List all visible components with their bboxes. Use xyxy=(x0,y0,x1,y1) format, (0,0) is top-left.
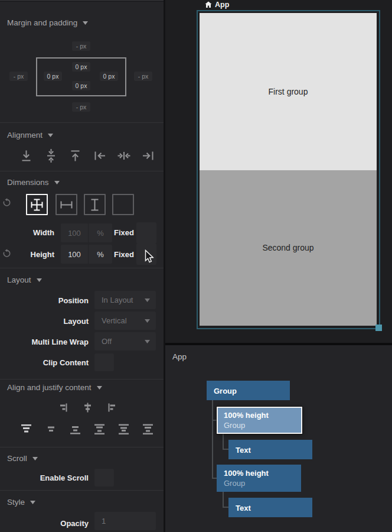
width-unit[interactable]: % xyxy=(88,223,112,242)
first-group-label: First group xyxy=(269,87,308,96)
node-title: Text xyxy=(236,503,251,512)
position-dropdown[interactable]: In Layout xyxy=(94,291,156,309)
section-title: Style xyxy=(7,498,25,507)
margin-bottom-value[interactable]: - px xyxy=(72,102,90,112)
chevron-down-icon xyxy=(30,501,35,504)
justify-space-between-icon[interactable] xyxy=(93,424,106,437)
align-top-icon[interactable] xyxy=(69,148,81,166)
second-group[interactable]: Second group xyxy=(200,170,377,326)
justify-center-icon[interactable] xyxy=(45,424,57,437)
size-mode-width-button[interactable] xyxy=(55,194,77,215)
width-fixed-label: Fixed xyxy=(114,228,138,237)
tree-connector xyxy=(223,434,224,450)
align-bottom-icon[interactable] xyxy=(20,148,32,166)
section-align-justify-header[interactable]: Align and justify content xyxy=(7,383,102,392)
section-title: Margin and padding xyxy=(7,18,77,27)
node-subtitle: Group xyxy=(224,421,245,430)
justify-end-icon[interactable] xyxy=(69,424,81,437)
node-title: Text xyxy=(236,445,251,454)
enable-scroll-checkbox[interactable] xyxy=(94,469,114,486)
properties-panel: Margin and padding - px 0 px 0 px 0 px 0… xyxy=(0,0,164,532)
position-value: In Layout xyxy=(102,296,133,304)
justify-space-around-icon[interactable] xyxy=(117,424,130,437)
section-title: Layout xyxy=(7,275,31,284)
layout-dropdown[interactable]: Vertical xyxy=(94,312,156,330)
size-mode-height-button[interactable] xyxy=(84,194,106,215)
justify-start-icon[interactable] xyxy=(20,424,32,437)
section-title: Alignment xyxy=(7,131,43,140)
align-center-vertical-icon[interactable] xyxy=(45,148,57,166)
section-alignment-header[interactable]: Alignment xyxy=(7,131,53,140)
width-value[interactable]: 100 xyxy=(61,223,88,242)
chevron-down-icon xyxy=(54,181,60,184)
section-scroll-header[interactable]: Scroll xyxy=(7,454,38,463)
align-items-end-icon[interactable] xyxy=(58,403,68,415)
tree-connector xyxy=(223,449,228,450)
app-frame: First group Second group xyxy=(200,13,377,326)
size-mode-both-button[interactable] xyxy=(26,194,48,215)
tree-connector xyxy=(212,478,217,479)
multi-line-wrap-dropdown[interactable]: Off xyxy=(94,332,156,351)
margin-top-value[interactable]: - px xyxy=(72,41,90,51)
size-mode-none-button[interactable] xyxy=(112,194,134,215)
layout-value: Vertical xyxy=(102,316,127,325)
chevron-down-icon xyxy=(32,457,38,460)
height-value[interactable]: 100 xyxy=(61,245,88,264)
reset-dimensions-icon[interactable] xyxy=(2,198,11,209)
app-viewport[interactable]: First group Second group xyxy=(197,10,380,329)
section-title: Align and justify content xyxy=(7,383,92,392)
padding-top-value[interactable]: 0 px xyxy=(72,62,90,72)
align-items-center-icon[interactable] xyxy=(83,403,93,415)
align-right-icon[interactable] xyxy=(142,150,155,164)
canvas-breadcrumb-label: App xyxy=(215,1,229,9)
height-unit[interactable]: % xyxy=(88,245,112,264)
width-fixed-checkbox[interactable] xyxy=(136,222,156,244)
first-group[interactable]: First group xyxy=(200,13,377,170)
node-tree-panel[interactable]: App Group 100% height Group Text 100% he… xyxy=(165,345,392,532)
chevron-down-icon xyxy=(145,319,150,323)
tree-connector xyxy=(223,492,224,508)
section-style-header[interactable]: Style xyxy=(7,498,35,507)
clip-content-checkbox[interactable] xyxy=(94,353,114,371)
opacity-input[interactable]: 1 xyxy=(94,512,156,530)
margin-left-value[interactable]: - px xyxy=(9,72,28,81)
align-items-start-icon[interactable] xyxy=(107,403,117,415)
canvas-panel[interactable]: App First group Second group xyxy=(165,0,392,343)
section-title: Dimensions xyxy=(7,178,49,187)
section-layout-header[interactable]: Layout xyxy=(7,275,42,284)
padding-right-value[interactable]: 0 px xyxy=(100,72,118,81)
chevron-down-icon xyxy=(97,386,102,390)
tree-node-text2[interactable]: Text xyxy=(228,498,312,517)
section-dimensions-header[interactable]: Dimensions xyxy=(7,178,60,187)
height-label: Height xyxy=(0,250,54,259)
section-title: Scroll xyxy=(7,454,27,463)
align-left-icon[interactable] xyxy=(93,150,106,164)
section-margin-padding-header[interactable]: Margin and padding xyxy=(7,18,88,27)
node-subtitle: Group xyxy=(224,479,245,488)
opacity-value: 1 xyxy=(102,517,106,525)
node-title: 100% height xyxy=(224,469,269,478)
tree-node-text[interactable]: Text xyxy=(228,440,312,459)
tree-node-group2[interactable]: 100% height Group xyxy=(217,465,301,492)
height-input[interactable]: 100 % xyxy=(61,245,112,264)
tree-node-group[interactable]: Group xyxy=(207,381,290,400)
tree-connector xyxy=(212,420,217,421)
tree-connector xyxy=(223,507,228,508)
chevron-down-icon xyxy=(145,340,150,343)
layout-label: Layout xyxy=(0,317,89,326)
padding-bottom-value[interactable]: 0 px xyxy=(72,81,90,90)
chevron-down-icon xyxy=(145,299,150,302)
canvas-breadcrumb[interactable]: App xyxy=(205,1,229,9)
node-title: 100% height xyxy=(224,411,269,420)
padding-left-value[interactable]: 0 px xyxy=(44,72,62,81)
height-fixed-label: Fixed xyxy=(114,250,138,259)
chevron-down-icon xyxy=(83,21,88,25)
justify-space-evenly-icon[interactable] xyxy=(142,424,154,437)
align-center-horizontal-icon[interactable] xyxy=(117,150,130,164)
width-input[interactable]: 100 % xyxy=(61,223,112,242)
margin-right-value[interactable]: - px xyxy=(134,72,152,81)
tree-node-group-selected[interactable]: 100% height Group xyxy=(217,407,302,434)
clip-content-label: Clip Content xyxy=(0,358,89,367)
resize-handle[interactable] xyxy=(375,325,382,331)
multi-line-wrap-value: Off xyxy=(102,337,112,346)
